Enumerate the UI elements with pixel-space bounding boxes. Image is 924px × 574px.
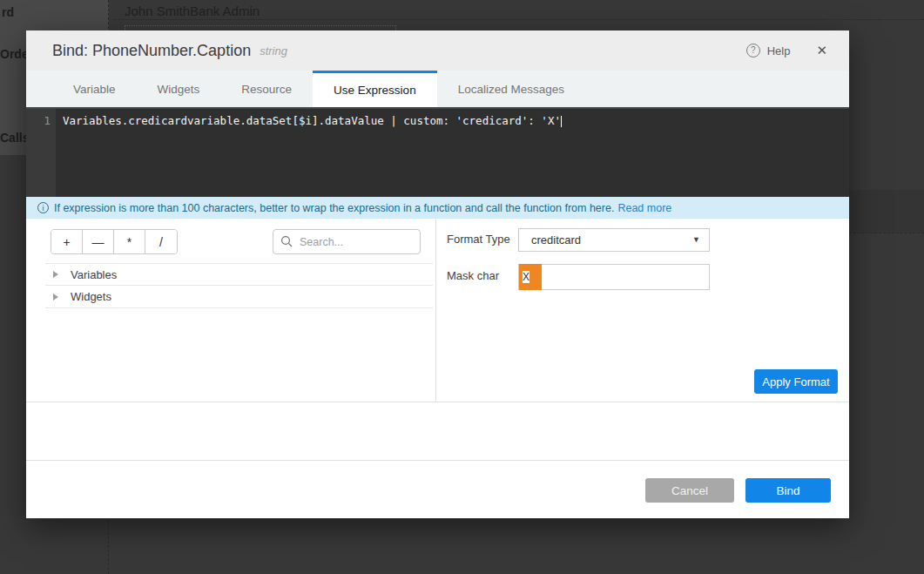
text-cursor-icon [561,116,562,127]
plus-operator-button[interactable]: + [51,230,83,253]
format-type-select[interactable]: creditcard ▼ [518,228,710,252]
backdrop-canvas-block [849,190,924,233]
apply-format-button[interactable]: Apply Format [754,369,838,394]
panel-divider [435,219,436,402]
search-icon [280,235,293,247]
backdrop-dashed-divider [849,233,924,233]
expression-editor[interactable]: 1 Variables.credicardvariable.dataSet[$i… [26,107,849,197]
help-icon[interactable]: ? [746,44,760,57]
tree-item-widgets[interactable]: Widgets [45,286,433,308]
tab-resource[interactable]: Resource [220,71,313,107]
mask-char-input[interactable]: X [518,264,710,290]
editor-line-number: 1 [26,114,51,127]
bind-source-tree: Variables Widgets [45,263,433,308]
bind-dialog: Bind: PhoneNumber.Caption string ? Help … [26,30,849,518]
minus-operator-button[interactable]: — [83,230,114,253]
operator-button-group: + — * / [51,229,178,254]
dialog-header: Bind: PhoneNumber.Caption string ? Help … [26,30,849,71]
format-type-label: Format Type [447,228,510,251]
search-box [273,229,421,254]
backdrop-page-heading: John SmithBank Admin [125,3,260,18]
chevron-down-icon: ▼ [692,229,700,251]
cancel-button[interactable]: Cancel [645,478,734,503]
help-label[interactable]: Help [767,44,791,57]
mask-char-value: X [523,271,529,283]
search-input[interactable] [273,229,421,254]
backdrop-sidebar-item: rd [2,5,14,19]
dialog-tabbar: Variable Widgets Resource Use Expression… [26,71,849,107]
dialog-type-badge: string [260,44,287,57]
tab-localized-messages[interactable]: Localized Messages [437,71,585,107]
divide-operator-button[interactable]: / [145,230,177,253]
mask-char-label: Mask char [447,264,499,288]
info-icon: i [37,202,49,213]
panels-bottom-divider [26,402,849,402]
close-icon[interactable]: ✕ [816,43,827,58]
tab-use-expression[interactable]: Use Expression [313,71,437,107]
tab-variable[interactable]: Variable [52,71,137,107]
info-bar: i If expression is more than 100 charact… [26,197,849,219]
tree-item-variables[interactable]: Variables [45,263,433,286]
chevron-right-icon[interactable] [53,294,58,301]
bind-button[interactable]: Bind [745,478,831,503]
read-more-link[interactable]: Read more [617,202,671,214]
mask-char-highlight[interactable]: X [519,264,542,290]
expression-code[interactable]: Variables.credicardvariable.dataSet[$i].… [63,114,562,127]
info-text: If expression is more than 100 character… [54,202,614,214]
multiply-operator-button[interactable]: * [114,230,145,253]
format-type-value: creditcard [531,229,581,251]
dialog-title: Bind: PhoneNumber.Caption [52,42,251,60]
backdrop-dotted-divider [113,19,924,20]
footer-divider [26,460,849,461]
chevron-right-icon[interactable] [53,271,58,278]
tab-widgets[interactable]: Widgets [137,71,221,107]
backdrop-sidebar-item: Calls [0,131,29,145]
